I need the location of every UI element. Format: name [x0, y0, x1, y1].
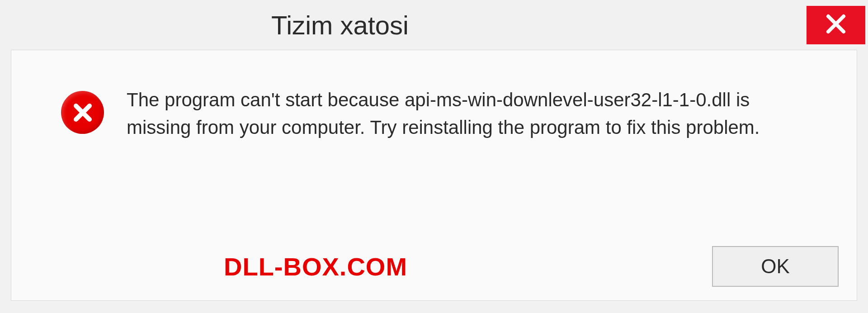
footer-row: DLL-BOX.COM OK	[29, 246, 839, 287]
content-panel: The program can't start because api-ms-w…	[11, 50, 857, 301]
error-message: The program can't start because api-ms-w…	[127, 86, 805, 142]
close-button[interactable]	[807, 6, 865, 44]
close-icon	[825, 13, 847, 37]
title-bar: Tizim xatosi	[0, 0, 868, 50]
dialog-title: Tizim xatosi	[271, 10, 409, 40]
watermark-text: DLL-BOX.COM	[29, 252, 407, 281]
ok-button[interactable]: OK	[712, 246, 839, 287]
error-icon	[61, 91, 104, 134]
error-dialog: Tizim xatosi The program can't start b	[0, 0, 868, 313]
message-row: The program can't start because api-ms-w…	[29, 77, 839, 142]
